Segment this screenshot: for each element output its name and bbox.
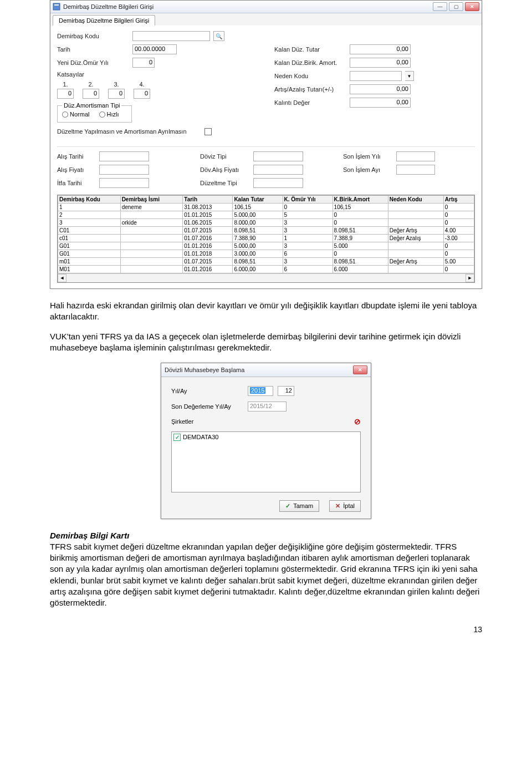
close-button[interactable]: ✕ bbox=[465, 2, 479, 11]
demirbas-kodu-input[interactable] bbox=[132, 31, 210, 41]
katsayi-3-input[interactable]: 0 bbox=[108, 89, 125, 99]
scroll-left-icon[interactable]: ◄ bbox=[58, 274, 66, 282]
katsayi-4-input[interactable]: 0 bbox=[134, 89, 150, 99]
label-demirbas-kodu: Demirbaş Kodu bbox=[57, 33, 129, 39]
label-duzeltme-yapilmasin: Düzeltme Yapılmasın ve Amortisman Ayrılm… bbox=[57, 128, 201, 135]
currency-start-dialog: Dövizli Muhasebeye Başlama ✕ Yıl/Ay 2015… bbox=[161, 363, 371, 519]
paragraph-3: TFRS sabit kıymet değeri düzeltme ekranı… bbox=[50, 542, 479, 607]
tab-main[interactable]: Demirbaş Düzeltme Bilgileri Girişi bbox=[53, 15, 155, 26]
label-tarih: Tarih bbox=[57, 46, 129, 53]
window-title: Demirbaş Düzeltme Bilgileri Girişi bbox=[63, 3, 433, 10]
son-degerleme-input: 2015/12 bbox=[248, 402, 287, 411]
label-doviz-tipi: Döviz Tipi bbox=[200, 153, 250, 160]
grid-scrollbar[interactable]: ◄ ► bbox=[58, 273, 474, 282]
itfa-tarihi-input[interactable] bbox=[99, 178, 149, 188]
table-row[interactable]: c0101.07.20167.388,9017.388,9Değer Azalı… bbox=[58, 234, 474, 242]
ay-input[interactable]: 12 bbox=[278, 386, 294, 396]
alis-tarihi-input[interactable] bbox=[99, 151, 149, 161]
chevron-down-icon[interactable]: ▼ bbox=[405, 71, 414, 81]
table-row[interactable]: m0101.07.20158.098,5138.098,51Değer Artı… bbox=[58, 257, 474, 265]
kalan-duz-tutar-input[interactable]: 0,00 bbox=[350, 44, 411, 54]
grid-header[interactable]: Kalan Tutar bbox=[233, 195, 283, 203]
table-row[interactable]: 201.01.20155.000,00500 bbox=[58, 211, 474, 219]
label-yeni-duz-omur: Yeni Düz.Ömür Yılı bbox=[57, 59, 129, 66]
lookup-icon[interactable]: 🔍 bbox=[213, 31, 224, 41]
label-son-islem-ayi: Son İşlem Ayı bbox=[343, 166, 393, 173]
label-son-islem-yili: Son İşlem Yılı bbox=[343, 153, 393, 160]
label-kalan-duz-birik: Kalan Düz.Birik. Amort. bbox=[274, 59, 346, 66]
label-dov-alis-fiyati: Döv.Alış Fiyatı bbox=[200, 166, 250, 173]
label-alis-tarihi: Alış Tarihi bbox=[57, 153, 96, 160]
svg-rect-0 bbox=[53, 3, 60, 10]
duzeltme-yapilmasin-checkbox[interactable] bbox=[204, 128, 212, 135]
grid-header[interactable]: Demirbaş Kodu bbox=[58, 195, 121, 203]
section-title: Demirbaş Bilgi Kartı bbox=[50, 531, 129, 540]
table-row[interactable]: G0101.01.20183.000,00600 bbox=[58, 250, 474, 257]
dialog-title: Dövizli Muhasebeye Başlama bbox=[165, 367, 353, 373]
dov-alis-fiyati-input[interactable] bbox=[253, 165, 303, 175]
ok-button[interactable]: ✓Tamam bbox=[279, 500, 319, 512]
fixture-correction-window: Demirbaş Düzeltme Bilgileri Girişi — ▢ ✕… bbox=[50, 0, 482, 289]
checkbox-checked-icon[interactable]: ✓ bbox=[173, 434, 181, 441]
yeni-duz-omur-input[interactable]: 0 bbox=[132, 58, 155, 68]
grid-header[interactable]: K.Birik.Amort bbox=[332, 195, 388, 203]
kalinti-deger-input[interactable]: 0,00 bbox=[350, 98, 411, 108]
page-number: 13 bbox=[50, 625, 482, 634]
label-duzeltme-tipi: Düzeltme Tipi bbox=[200, 180, 250, 186]
grid-header[interactable]: Demirbaş İsmi bbox=[120, 195, 183, 203]
kalan-duz-birik-input[interactable]: 0,00 bbox=[350, 58, 411, 68]
table-row[interactable]: 1deneme31.08.2013106,150106,150 bbox=[58, 203, 474, 211]
label-itfa-tarihi: İtfa Tarihi bbox=[57, 180, 96, 186]
minimize-button[interactable]: — bbox=[433, 2, 447, 11]
table-row[interactable]: C0101.07.20158.098,5138.098,51Değer Artı… bbox=[58, 226, 474, 234]
label-kalinti-deger: Kalıntı Değer bbox=[274, 99, 346, 106]
label-artis-azalis: Artış/Azalış Tutarı(+/-) bbox=[274, 86, 346, 93]
scroll-right-icon[interactable]: ► bbox=[466, 274, 474, 282]
company-listbox[interactable]: ✓ DEMDATA30 bbox=[171, 431, 361, 492]
alis-fiyati-input[interactable] bbox=[99, 165, 149, 175]
no-entry-icon[interactable]: ⊘ bbox=[354, 417, 361, 426]
paragraph-1: Hali hazırda eski ekrandan girilmiş olan… bbox=[50, 300, 482, 323]
dialog-titlebar[interactable]: Dövizli Muhasebeye Başlama ✕ bbox=[161, 363, 371, 377]
yil-input[interactable]: 2015 bbox=[248, 386, 273, 396]
neden-kodu-select[interactable] bbox=[350, 71, 402, 81]
katsayi-2-input[interactable]: 0 bbox=[83, 89, 99, 99]
label-son-degerleme: Son Değerleme Yıl/Ay bbox=[171, 403, 243, 410]
data-grid[interactable]: Demirbaş KoduDemirbaş İsmiTarihKalan Tut… bbox=[57, 195, 475, 283]
titlebar[interactable]: Demirbaş Düzeltme Bilgileri Girişi — ▢ ✕ bbox=[50, 1, 482, 13]
katsayi-1-input[interactable]: 0 bbox=[57, 89, 74, 99]
radio-hizli[interactable]: Hızlı bbox=[99, 111, 119, 118]
label-kalan-duz-tutar: Kalan Düz. Tutar bbox=[274, 46, 346, 53]
list-item: ✓ DEMDATA30 bbox=[173, 434, 359, 441]
label-katsayilar: Katsayılar bbox=[57, 71, 129, 78]
table-row[interactable]: 3orkide01.06.20158.000,00300 bbox=[58, 219, 474, 226]
son-islem-yili-input[interactable] bbox=[396, 151, 435, 161]
tabstrip: Demirbaş Düzeltme Bilgileri Girişi bbox=[50, 13, 482, 26]
table-row[interactable]: M0101.01.20166.000,0066.0000 bbox=[58, 265, 474, 273]
dialog-close-button[interactable]: ✕ bbox=[353, 365, 367, 374]
doviz-tipi-input[interactable] bbox=[253, 151, 303, 161]
label-sirketler: Şirketler bbox=[171, 418, 243, 425]
grid-header[interactable]: K. Ömür Yılı bbox=[283, 195, 332, 203]
paragraph-2: VUK'tan yeni TFRS ya da IAS a geçecek ol… bbox=[50, 331, 482, 354]
radio-normal[interactable]: Normal bbox=[62, 111, 89, 118]
amort-tipi-group: Düz.Amortisman Tipi Normal Hızlı bbox=[57, 102, 258, 123]
label-neden-kodu: Neden Kodu bbox=[274, 73, 346, 79]
app-icon bbox=[53, 3, 60, 11]
grid-header[interactable]: Neden Kodu bbox=[388, 195, 443, 203]
table-row[interactable]: G0101.01.20165.000,0035.0000 bbox=[58, 242, 474, 250]
grid-header[interactable]: Artış bbox=[443, 195, 474, 203]
tarih-input[interactable]: 00.00.0000 bbox=[132, 44, 177, 54]
svg-rect-1 bbox=[54, 4, 59, 6]
grid-header[interactable]: Tarih bbox=[183, 195, 233, 203]
label-yil-ay: Yıl/Ay bbox=[171, 388, 243, 394]
maximize-button[interactable]: ▢ bbox=[449, 2, 463, 11]
son-islem-ayi-input[interactable] bbox=[396, 165, 435, 175]
duzeltme-tipi-input[interactable] bbox=[253, 178, 303, 188]
artis-azalis-input[interactable]: 0,00 bbox=[350, 84, 411, 94]
label-alis-fiyati: Alış Fiyatı bbox=[57, 166, 96, 173]
cancel-button[interactable]: ✕İptal bbox=[329, 500, 361, 512]
